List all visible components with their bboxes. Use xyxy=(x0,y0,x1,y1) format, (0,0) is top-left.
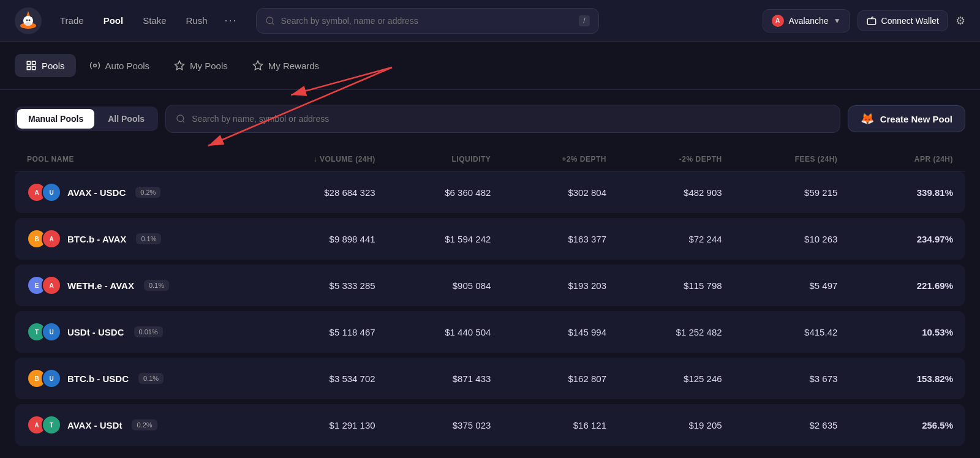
nav-more[interactable]: ··· xyxy=(219,9,244,32)
pool-name-label: USDt - USDC xyxy=(67,327,124,337)
svg-marker-14 xyxy=(175,61,184,70)
token-icons: B U xyxy=(27,369,61,388)
svg-rect-11 xyxy=(27,67,30,70)
pool-plus-depth: $162 807 xyxy=(491,374,606,384)
pool-fees: $59 215 xyxy=(722,187,838,198)
table-row[interactable]: T U USDt - USDC 0.01% $5 118 467 $1 440 … xyxy=(15,311,965,353)
pool-search-icon xyxy=(176,114,186,124)
pool-volume: $28 684 323 xyxy=(260,187,375,198)
pool-fees: $10 263 xyxy=(722,234,838,244)
slash-badge: / xyxy=(579,15,589,26)
pool-minus-depth: $19 205 xyxy=(606,420,722,430)
svg-point-5 xyxy=(29,19,31,21)
pool-name-cell: A T AVAX - USDt 0.2% xyxy=(27,415,260,435)
pool-plus-depth: $193 203 xyxy=(491,280,606,291)
header: Trade Pool Stake Rush ··· / A Avalanche … xyxy=(0,0,980,42)
search-icon xyxy=(265,16,275,26)
pool-name-label: AVAX - USDC xyxy=(67,187,126,198)
pool-apr: 221.69% xyxy=(837,280,953,291)
table-row[interactable]: A T AVAX - USDt 0.2% $1 291 130 $375 023… xyxy=(15,404,965,446)
connect-wallet-label: Connect Wallet xyxy=(881,16,939,26)
table-row[interactable]: B A BTC.b - AVAX 0.1% $9 898 441 $1 594 … xyxy=(15,218,965,260)
col-header-fees: FEES (24H) xyxy=(722,155,838,163)
tab-my-pools[interactable]: My Pools xyxy=(163,54,239,77)
table-header: POOL NAME ↓ VOLUME (24H) LIQUIDITY +2% D… xyxy=(15,148,965,171)
pool-plus-depth: $163 377 xyxy=(491,234,606,244)
pool-name-cell: B A BTC.b - AVAX 0.1% xyxy=(27,229,260,249)
tab-pools[interactable]: Pools xyxy=(15,54,76,77)
token-icon-2: U xyxy=(42,182,61,202)
fee-badge: 0.01% xyxy=(134,326,163,337)
pool-name-label: BTC.b - USDC xyxy=(67,374,129,384)
global-search-input[interactable] xyxy=(281,16,573,26)
pool-volume: $1 291 130 xyxy=(260,420,375,430)
wallet-icon xyxy=(867,16,876,26)
pool-minus-depth: $1 252 482 xyxy=(606,327,722,337)
pool-liquidity: $871 433 xyxy=(375,374,491,384)
svg-point-13 xyxy=(93,64,96,67)
fee-badge: 0.1% xyxy=(138,373,164,384)
fee-badge: 0.1% xyxy=(136,233,161,244)
svg-rect-9 xyxy=(27,61,30,64)
tab-my-pools-label: My Pools xyxy=(190,61,228,71)
svg-point-7 xyxy=(266,17,273,24)
svg-point-6 xyxy=(25,22,31,26)
network-selector[interactable]: A Avalanche ▼ xyxy=(763,9,850,32)
tab-pools-label: Pools xyxy=(42,61,65,71)
chevron-down-icon: ▼ xyxy=(834,17,841,25)
col-header-name: POOL NAME xyxy=(27,155,260,163)
table-row[interactable]: A U AVAX - USDC 0.2% $28 684 323 $6 360 … xyxy=(15,171,965,213)
pool-name-label: WETH.e - AVAX xyxy=(67,280,134,291)
token-icon-2: T xyxy=(42,415,61,435)
tab-auto-pools-label: Auto Pools xyxy=(105,61,150,71)
token-icon-2: A xyxy=(42,229,61,249)
svg-rect-8 xyxy=(867,18,875,24)
filter-row: Manual Pools All Pools 🦊 Create New Pool xyxy=(15,105,965,133)
all-pools-btn[interactable]: All Pools xyxy=(97,109,156,129)
pool-apr: 153.82% xyxy=(837,374,953,384)
nav-pool[interactable]: Pool xyxy=(95,10,132,31)
table-body: A U AVAX - USDC 0.2% $28 684 323 $6 360 … xyxy=(15,171,965,446)
create-pool-label: Create New Pool xyxy=(880,114,952,124)
pool-search[interactable] xyxy=(165,105,840,133)
settings-icon[interactable]: ⚙ xyxy=(956,14,965,28)
pool-liquidity: $6 360 482 xyxy=(375,187,491,198)
sub-nav: Pools Auto Pools My Pools My Rewards xyxy=(0,42,980,90)
pool-fees: $2 635 xyxy=(722,420,838,430)
create-new-pool-button[interactable]: 🦊 Create New Pool xyxy=(848,105,965,132)
pool-plus-depth: $16 121 xyxy=(491,420,606,430)
nav-trade[interactable]: Trade xyxy=(51,10,92,31)
pool-fees: $3 673 xyxy=(722,374,838,384)
nav-stake[interactable]: Stake xyxy=(134,10,175,31)
logo[interactable] xyxy=(15,7,42,34)
pool-minus-depth: $125 246 xyxy=(606,374,722,384)
table-row[interactable]: E A WETH.e - AVAX 0.1% $5 333 285 $905 0… xyxy=(15,265,965,306)
pool-name-cell: T U USDt - USDC 0.01% xyxy=(27,322,260,342)
header-right: A Avalanche ▼ Connect Wallet ⚙ xyxy=(763,9,965,32)
token-icons: T U xyxy=(27,322,61,342)
pool-liquidity: $905 084 xyxy=(375,280,491,291)
pool-minus-depth: $482 903 xyxy=(606,187,722,198)
manual-pools-btn[interactable]: Manual Pools xyxy=(17,109,94,129)
svg-point-4 xyxy=(26,19,28,21)
pool-plus-depth: $145 994 xyxy=(491,327,606,337)
col-header-minus-depth: -2% DEPTH xyxy=(606,155,722,163)
fee-badge: 0.1% xyxy=(144,280,169,291)
table-row[interactable]: B U BTC.b - USDC 0.1% $3 534 702 $871 43… xyxy=(15,358,965,399)
pool-search-input[interactable] xyxy=(192,114,829,124)
pool-apr: 10.53% xyxy=(837,327,953,337)
tab-my-rewards[interactable]: My Rewards xyxy=(241,54,330,77)
pools-icon xyxy=(26,60,37,71)
pool-fees: $415.42 xyxy=(722,327,838,337)
pool-apr: 256.5% xyxy=(837,420,953,430)
tab-auto-pools[interactable]: Auto Pools xyxy=(78,54,161,77)
token-icons: B A xyxy=(27,229,61,249)
token-icons: A U xyxy=(27,182,61,202)
network-label: Avalanche xyxy=(789,16,829,26)
global-search[interactable]: / xyxy=(256,8,599,34)
fee-badge: 0.2% xyxy=(135,187,160,198)
nav-rush[interactable]: Rush xyxy=(178,10,216,31)
pool-fees: $5 497 xyxy=(722,280,838,291)
pool-name-cell: B U BTC.b - USDC 0.1% xyxy=(27,369,260,388)
connect-wallet-button[interactable]: Connect Wallet xyxy=(858,10,948,31)
